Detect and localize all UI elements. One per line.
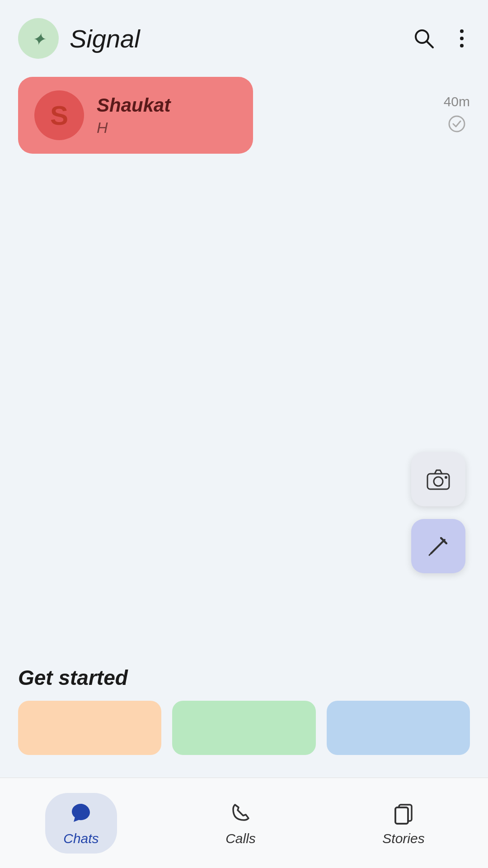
chats-icon [68, 800, 94, 826]
svg-line-3 [427, 41, 433, 47]
more-options-button[interactable] [454, 22, 470, 55]
svg-rect-16 [395, 807, 408, 824]
svg-point-9 [434, 477, 443, 486]
chat-item: S Shaukat H 40m [18, 77, 470, 154]
fab-container [411, 452, 465, 573]
nav-item-stories[interactable]: Stories [364, 793, 442, 854]
nav-label-calls: Calls [225, 831, 256, 846]
get-started-section: Get started [0, 665, 488, 769]
message-preview: H [97, 119, 237, 137]
svg-point-7 [449, 116, 465, 132]
search-button[interactable] [408, 22, 440, 55]
svg-point-5 [460, 37, 464, 40]
svg-text:✦: ✦ [31, 30, 47, 49]
calls-icon [228, 800, 253, 826]
chat-card[interactable]: S Shaukat H [18, 77, 253, 154]
chat-info: Shaukat H [97, 94, 237, 137]
nav-label-chats: Chats [63, 831, 99, 846]
app-title: Signal [70, 24, 140, 53]
svg-line-12 [429, 553, 431, 555]
header: ✦ Signal [0, 0, 488, 68]
bottom-nav: Chats Calls Stories [0, 778, 488, 868]
nav-item-calls[interactable]: Calls [207, 793, 274, 854]
header-actions [408, 22, 470, 55]
get-started-card-3[interactable] [327, 701, 470, 755]
chat-meta: 40m [444, 94, 470, 137]
chat-list: S Shaukat H 40m [0, 68, 488, 170]
get-started-card-1[interactable] [18, 701, 161, 755]
read-receipt-icon [448, 115, 466, 137]
contact-name: Shaukat [97, 94, 237, 116]
profile-avatar[interactable]: ✦ [18, 18, 59, 59]
contact-avatar: S [34, 90, 84, 140]
get-started-card-2[interactable] [172, 701, 315, 755]
camera-fab-button[interactable] [411, 452, 465, 506]
svg-point-10 [445, 476, 447, 479]
svg-point-4 [460, 29, 464, 33]
nav-item-chats[interactable]: Chats [45, 793, 117, 854]
svg-line-11 [431, 540, 445, 553]
compose-fab-button[interactable] [411, 519, 465, 573]
svg-point-6 [460, 44, 464, 47]
get-started-title: Get started [18, 665, 470, 690]
stories-icon [391, 800, 416, 826]
get-started-cards [18, 701, 470, 755]
nav-label-stories: Stories [382, 831, 424, 846]
message-time: 40m [444, 94, 470, 109]
